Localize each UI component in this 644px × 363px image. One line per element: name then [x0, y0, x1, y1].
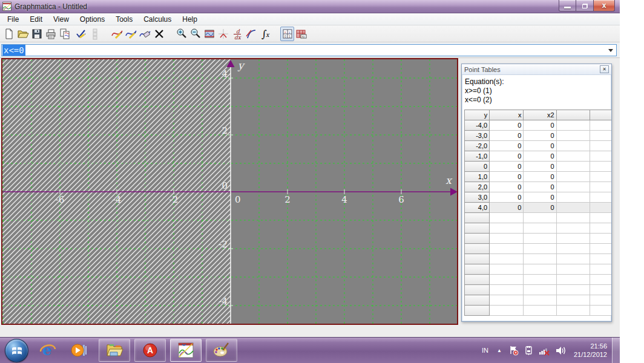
- table-cell: 0: [490, 151, 524, 162]
- title-bar[interactable]: Graphmatica - Untitled x: [0, 0, 620, 13]
- annotations-button[interactable]: xy: [294, 27, 308, 41]
- save-file-button[interactable]: [30, 27, 44, 41]
- grid-range-button[interactable]: [202, 27, 216, 41]
- taskbar-red-a-app[interactable]: A: [134, 339, 166, 362]
- graphmatica-taskbar-icon: [178, 342, 194, 358]
- menu-file[interactable]: File: [2, 14, 24, 25]
- table-row: 4,000: [465, 203, 613, 213]
- table-cell: [590, 306, 612, 316]
- power-plug-icon[interactable]: [524, 345, 533, 356]
- table-cell: [590, 295, 612, 306]
- print-button[interactable]: [44, 27, 58, 41]
- table-cell: [524, 285, 556, 295]
- restore-button[interactable]: [576, 0, 594, 11]
- column-header-cell: [556, 110, 590, 120]
- derivative-button[interactable]: ddx: [230, 27, 244, 41]
- tray-clock[interactable]: 21:56 21/12/2012: [574, 342, 607, 359]
- row-header-cell: [465, 213, 490, 223]
- taskbar-paint[interactable]: [206, 339, 237, 362]
- volume-speaker-icon[interactable]: [555, 345, 566, 356]
- copy-button[interactable]: [58, 27, 71, 41]
- row-header-cell: [465, 295, 490, 306]
- table-cell: [556, 275, 590, 285]
- open-file-button[interactable]: [16, 27, 30, 41]
- point-tables-panel: Point Tables ✕ Equation(s): x>=0 (1) x<=…: [461, 64, 612, 322]
- menu-help[interactable]: Help: [177, 14, 203, 25]
- graph-area[interactable]: -6-4-20246420-2-4xy: [1, 58, 458, 325]
- table-row: [465, 285, 613, 295]
- row-header-cell: [465, 234, 490, 244]
- combo-dropdown-arrow-icon[interactable]: [608, 49, 613, 52]
- redraw-graph-button[interactable]: [124, 27, 138, 41]
- table-cell: [590, 120, 612, 131]
- table-cell: [590, 275, 612, 285]
- draw-graph-button[interactable]: [110, 27, 124, 41]
- taskbar-windows-explorer[interactable]: [99, 339, 130, 362]
- svg-text:x: x: [266, 31, 270, 38]
- taskbar-media-player[interactable]: [67, 339, 91, 362]
- tangent-button[interactable]: [244, 27, 258, 41]
- menu-view[interactable]: View: [48, 14, 74, 25]
- show-desktop-button[interactable]: [612, 338, 620, 363]
- svg-text:2: 2: [284, 194, 291, 205]
- zoom-in-icon: [176, 28, 188, 40]
- equation-input[interactable]: x<=0: [1, 44, 617, 56]
- zoom-out-button[interactable]: [188, 27, 202, 41]
- table-cell: [556, 213, 590, 223]
- menu-options[interactable]: Options: [74, 14, 110, 25]
- default-range-button[interactable]: [216, 27, 230, 41]
- network-status-icon[interactable]: [539, 345, 550, 356]
- equation-input-value: x<=0: [2, 45, 25, 56]
- menu-edit[interactable]: Edit: [24, 14, 48, 25]
- close-button[interactable]: x: [594, 0, 615, 11]
- start-button[interactable]: [5, 339, 28, 362]
- minimize-button[interactable]: [559, 0, 576, 11]
- new-file-button[interactable]: [2, 27, 16, 41]
- point-tables-icon: xy01: [281, 28, 294, 40]
- table-cell: [490, 306, 524, 316]
- point-tables-button[interactable]: xy01: [280, 27, 294, 41]
- toolbar: ddx ∫x xy01 xy: [0, 25, 620, 42]
- row-header-cell: -3,0: [465, 131, 490, 141]
- svg-text:y: y: [237, 59, 245, 71]
- language-indicator[interactable]: IN: [482, 347, 488, 354]
- menu-tools[interactable]: Tools: [110, 14, 138, 25]
- edit-equation-button[interactable]: [74, 27, 88, 41]
- equation-list-item-1: x>=0 (1): [465, 87, 611, 96]
- erase-graph-button[interactable]: [138, 27, 152, 41]
- column-header-cell: x: [490, 110, 524, 120]
- derivative-icon: ddx: [231, 28, 243, 40]
- table-row: 000: [465, 162, 613, 172]
- table-cell: [556, 192, 590, 203]
- row-header-cell: [465, 244, 490, 254]
- hidden-icons-chevron[interactable]: ▲: [497, 348, 502, 353]
- svg-text:e: e: [42, 342, 51, 359]
- table-cell: [590, 285, 612, 295]
- column-header-cell: y: [465, 110, 490, 120]
- system-tray: IN ▲ 21:56 21/12/2012: [482, 338, 620, 363]
- table-cell: [556, 182, 590, 192]
- table-cell: [590, 244, 612, 254]
- point-table: yxx2-4,000-3,000-2,000-1,0000001,0002,00…: [464, 110, 612, 316]
- row-header-cell: 2,0: [465, 182, 490, 192]
- action-center-flag-icon[interactable]: [509, 345, 519, 356]
- svg-text:-4: -4: [113, 194, 122, 205]
- svg-text:6: 6: [398, 194, 404, 205]
- integrate-button[interactable]: ∫x: [258, 27, 272, 41]
- annotations-icon: xy: [295, 28, 307, 40]
- svg-text:d: d: [236, 28, 240, 34]
- taskbar-internet-explorer[interactable]: e: [36, 339, 60, 362]
- table-cell: [556, 151, 590, 162]
- svg-text:0: 0: [235, 194, 241, 205]
- point-tables-titlebar[interactable]: Point Tables ✕: [462, 64, 611, 75]
- point-tables-close-button[interactable]: ✕: [600, 65, 609, 73]
- minimize-icon: [564, 7, 571, 8]
- table-row: [465, 223, 613, 234]
- clear-screen-button[interactable]: [152, 27, 166, 41]
- taskbar-graphmatica[interactable]: [170, 339, 202, 362]
- table-cell: [490, 244, 524, 254]
- menu-calculus[interactable]: Calculus: [138, 14, 177, 25]
- zoom-in-button[interactable]: [174, 27, 188, 41]
- table-cell: 0: [524, 182, 556, 192]
- row-header-cell: [465, 306, 490, 316]
